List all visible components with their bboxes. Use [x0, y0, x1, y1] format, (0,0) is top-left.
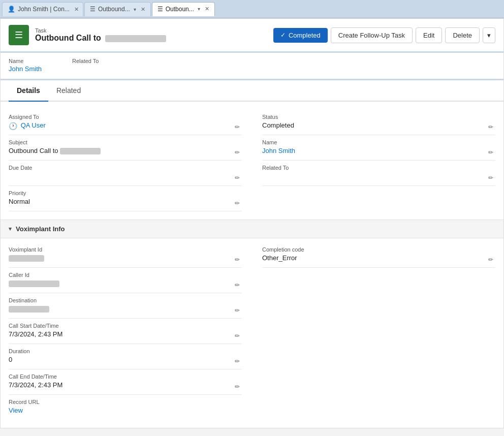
- tab-close-icon[interactable]: ✕: [141, 6, 145, 13]
- call-end-value: 7/3/2024, 2:43 PM: [9, 381, 242, 390]
- subject-blurred: [60, 148, 101, 154]
- more-actions-button[interactable]: ▾: [483, 27, 495, 43]
- name-value-link[interactable]: John Smith: [9, 65, 42, 73]
- edit-call-start-icon[interactable]: ✏: [235, 332, 240, 339]
- name-field-link[interactable]: John Smith: [262, 147, 295, 154]
- header-actions: ✓ Completed Create Follow-Up Task Edit D…: [273, 27, 495, 43]
- tab-label: John Smith | Con...: [18, 6, 70, 13]
- call-end-label: Call End Date/Time: [9, 373, 242, 380]
- related-to-field-label: Related To: [262, 165, 495, 171]
- status-label: Status: [262, 114, 495, 120]
- field-destination: Destination ✏: [9, 293, 242, 319]
- subject-value: Outbound Call to: [9, 147, 242, 156]
- field-completion-code: Completion code Other_Error ✏: [262, 242, 495, 268]
- list-icon: ☰: [90, 6, 96, 13]
- completion-code-label: Completion code: [262, 246, 495, 253]
- name-field-value: John Smith: [262, 147, 495, 156]
- related-to-field-value: [262, 172, 495, 181]
- edit-call-end-icon[interactable]: ✏: [235, 383, 240, 390]
- record-type-label: Task: [35, 27, 166, 34]
- related-to-label: Related To: [72, 58, 99, 64]
- record-title: Outbound Call to: [35, 34, 166, 43]
- edit-caller-id-icon[interactable]: ✏: [235, 282, 240, 289]
- record-title-area: Task Outbound Call to: [35, 27, 166, 43]
- edit-name-icon[interactable]: ✏: [488, 149, 493, 156]
- edit-button[interactable]: Edit: [416, 27, 442, 43]
- record-header: ☰ Task Outbound Call to ✓ Completed Crea…: [1, 19, 503, 53]
- voximplant-id-value: [9, 254, 242, 263]
- voximplant-section-title: Voximplant Info: [16, 225, 65, 233]
- detail-content: Assigned To 🕐 QA User ✏ Subject Outbound…: [1, 102, 503, 220]
- record-title-text: Outbound Call to: [35, 34, 101, 42]
- name-label: Name: [9, 58, 42, 64]
- field-voximplant-id: Voximplant Id ✏: [9, 242, 242, 268]
- due-date-value: [9, 172, 242, 181]
- field-related-to: Related To ✏: [262, 161, 495, 186]
- field-assigned-to: Assigned To 🕐 QA User ✏: [9, 110, 242, 135]
- completed-label: Completed: [289, 32, 321, 39]
- priority-label: Priority: [9, 190, 242, 196]
- tab-outbound-2[interactable]: ☰ Outboun... ▾ ✕: [152, 2, 215, 16]
- tab-close-icon[interactable]: ✕: [205, 6, 209, 12]
- meta-row: Name John Smith Related To: [1, 53, 503, 80]
- field-name: Name John Smith ✏: [262, 135, 495, 161]
- field-caller-id: Caller Id ✏: [9, 268, 242, 293]
- caller-id-label: Caller Id: [9, 272, 242, 278]
- chevron-down-icon: ▾: [487, 32, 491, 39]
- call-start-value: 7/3/2024, 2:43 PM: [9, 330, 242, 339]
- tab-related[interactable]: Related: [48, 80, 89, 102]
- edit-related-to-icon[interactable]: ✏: [488, 174, 493, 181]
- right-fields: Status Completed ✏ Name John Smith ✏ Rel…: [262, 110, 495, 211]
- completed-button[interactable]: ✓ Completed: [273, 28, 328, 43]
- edit-assigned-to-icon[interactable]: ✏: [235, 123, 240, 131]
- edit-subject-icon[interactable]: ✏: [235, 149, 240, 156]
- assigned-to-value: 🕐 QA User: [9, 121, 242, 131]
- call-start-label: Call Start Date/Time: [9, 323, 242, 329]
- checklist-icon: ☰: [15, 29, 23, 41]
- tab-outbound-1[interactable]: ☰ Outbound... ▾ ✕: [84, 2, 151, 16]
- record-url-link[interactable]: View: [9, 407, 23, 414]
- tab-close-icon[interactable]: ✕: [74, 6, 79, 13]
- edit-duration-icon[interactable]: ✏: [235, 358, 240, 365]
- due-date-label: Due Date: [9, 165, 242, 171]
- left-fields: Assigned To 🕐 QA User ✏ Subject Outbound…: [9, 110, 242, 211]
- assigned-to-link[interactable]: QA User: [21, 121, 46, 129]
- edit-status-icon[interactable]: ✏: [488, 123, 493, 131]
- name-field-label: Name: [262, 139, 495, 145]
- caller-id-blurred: [9, 281, 59, 287]
- edit-due-date-icon[interactable]: ✏: [235, 174, 240, 181]
- section-chevron-icon: ▾: [9, 226, 12, 232]
- destination-label: Destination: [9, 297, 242, 303]
- voximplant-id-label: Voximplant Id: [9, 246, 242, 253]
- task-icon: ☰: [9, 25, 29, 45]
- voximplant-section-header[interactable]: ▾ Voximplant Info: [1, 220, 503, 238]
- destination-value: [9, 305, 242, 314]
- voxi-right: Completion code Other_Error ✏: [262, 242, 495, 420]
- fields-grid: Assigned To 🕐 QA User ✏ Subject Outbound…: [9, 110, 495, 211]
- main-container: ☰ Task Outbound Call to ✓ Completed Crea…: [0, 18, 504, 428]
- destination-blurred: [9, 306, 49, 313]
- record-url-label: Record URL: [9, 399, 242, 405]
- edit-voximplant-id-icon[interactable]: ✏: [235, 256, 240, 263]
- edit-priority-icon[interactable]: ✏: [235, 200, 240, 207]
- tab-label: Outboun...: [166, 6, 194, 13]
- chevron-down-icon: ▾: [198, 6, 200, 12]
- priority-value: Normal: [9, 198, 242, 207]
- chevron-down-icon: ▾: [134, 7, 136, 12]
- duration-value: 0: [9, 356, 242, 365]
- delete-button[interactable]: Delete: [445, 27, 480, 43]
- edit-destination-icon[interactable]: ✏: [235, 307, 240, 314]
- check-icon: ✓: [280, 32, 286, 39]
- voximplant-id-blurred: [9, 255, 44, 262]
- subject-label: Subject: [9, 139, 242, 145]
- person-icon: 👤: [8, 6, 15, 13]
- tab-details[interactable]: Details: [9, 80, 48, 102]
- tab-john-smith[interactable]: 👤 John Smith | Con... ✕: [2, 2, 83, 16]
- list-icon: ☰: [158, 6, 163, 13]
- clock-icon: 🕐: [9, 122, 17, 130]
- meta-related-field: Related To: [72, 58, 99, 73]
- voximplant-content: Voximplant Id ✏ Caller Id ✏ Destination: [1, 238, 503, 428]
- create-followup-button[interactable]: Create Follow-Up Task: [331, 27, 413, 43]
- edit-completion-code-icon[interactable]: ✏: [488, 256, 493, 263]
- field-duration: Duration 0 ✏: [9, 344, 242, 369]
